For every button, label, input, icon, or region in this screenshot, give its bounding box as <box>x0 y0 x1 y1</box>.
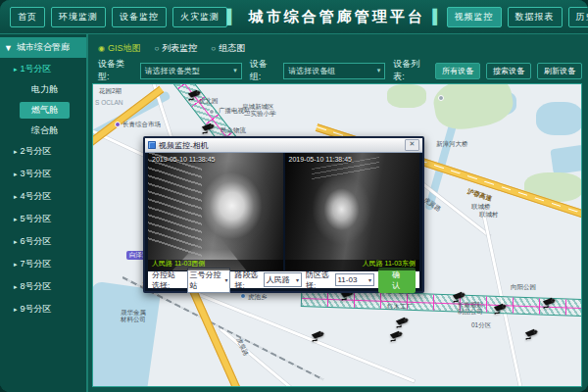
map-label: 二实验小学 <box>244 111 276 118</box>
sidebar-item-9号分区[interactable]: ▸ 9号分区 <box>0 298 86 320</box>
video-feed[interactable]: 2019-05-10 11:38:45 人民路 11-03东侧 <box>285 153 420 270</box>
expand-arrow-icon: ▸ <box>14 238 18 246</box>
nav-data-report[interactable]: 数据报表 <box>508 7 563 27</box>
sidebar-item-3号分区[interactable]: ▸ 3号分区 <box>0 163 86 185</box>
video-feed[interactable]: 2019-05-10 11:38:45 人民路 11-03西侧 <box>148 153 283 270</box>
map-label: 01分区 <box>471 322 491 329</box>
poi-marker-icon[interactable] <box>240 293 246 299</box>
device-toolbar: 设备类型: 请选择设备类型 ▾ 设备组: 请选择设备组 ▾ 设备列表: 所有设备… <box>92 58 582 83</box>
station-select[interactable]: 三号分控站 ▾ <box>187 268 231 293</box>
park-shape <box>387 84 426 108</box>
view-mode-radio[interactable]: ○ 列表监控 <box>155 42 198 55</box>
device-buttons: 所有设备搜索设备刷新设备 <box>435 63 582 79</box>
poi-marker-icon[interactable] <box>438 95 444 101</box>
confirm-button[interactable]: 确 认 <box>378 268 416 293</box>
view-mode-label: 列表监控 <box>162 42 197 55</box>
map-label: 向阳公园 <box>511 284 536 291</box>
device-group-select[interactable]: 请选择设备组 ▾ <box>283 63 385 79</box>
device-group-label: 设备组: <box>250 58 276 83</box>
station-select-label: 分控站选择: <box>152 270 183 291</box>
app-window: 首页环境监测设备监控火灾监测 ▍ 城市综合管廊管理平台 ▍ 视频监控数据报表历史… <box>0 0 588 392</box>
chevron-down-icon: ▾ <box>224 276 227 283</box>
chevron-down-icon: ▾ <box>368 276 371 283</box>
cctv-camera-icon[interactable] <box>187 88 203 101</box>
sidebar-item-label: 3号分区 <box>21 168 52 180</box>
map-label: 材料公司 <box>121 317 146 323</box>
cctv-camera-icon[interactable] <box>452 290 467 303</box>
zone-select[interactable]: 11-03 ▾ <box>335 273 374 286</box>
sidebar-item-7号分区[interactable]: ▸ 7号分区 <box>0 253 86 275</box>
sidebar-item-6号分区[interactable]: ▸ 6号分区 <box>0 230 86 253</box>
view-mode-radio[interactable]: ◉ GIS地图 <box>98 42 141 55</box>
sidebar-tree: ▼ 城市综合管廊 ▸ 1号分区 电力舱 燃气舱 综合舱 ▸ 2号分区 ▸ 3号分… <box>0 34 88 392</box>
device-type-select[interactable]: 请选择设备类型 ▾ <box>140 63 242 79</box>
sidebar-item-label: 4号分区 <box>21 190 52 203</box>
page-title-text: 城市综合管廊管理平台 <box>249 8 425 26</box>
page-title: ▍ 城市综合管廊管理平台 ▍ <box>227 8 447 26</box>
title-accent-icon: ▍ <box>433 9 447 24</box>
sidebar-item-4号分区[interactable]: ▸ 4号分区 <box>0 185 86 208</box>
view-mode-radio[interactable]: ○ 组态图 <box>211 42 245 55</box>
chevron-down-icon: ▾ <box>377 67 381 74</box>
nav-home[interactable]: 首页 <box>10 7 45 27</box>
device-filter-button[interactable]: 所有设备 <box>435 63 480 79</box>
expand-arrow-icon: ▸ <box>14 193 18 201</box>
sidebar-item-电力舱[interactable]: 电力舱 <box>0 80 86 99</box>
device-filter-button[interactable]: 刷新设备 <box>537 63 582 79</box>
chevron-down-icon: ▾ <box>296 276 299 283</box>
cctv-camera-icon[interactable] <box>395 316 411 328</box>
nav-fire-monitor[interactable]: 火灾监测 <box>172 7 227 27</box>
view-mode-label: GIS地图 <box>108 42 141 55</box>
tunnel-image <box>148 153 283 270</box>
top-header: 首页环境监测设备监控火灾监测 ▍ 城市综合管廊管理平台 ▍ 视频监控数据报表历史… <box>0 0 588 34</box>
cctv-camera-icon[interactable] <box>493 302 509 315</box>
radio-icon: ○ <box>211 44 216 53</box>
lake-shape <box>92 281 161 387</box>
poi-marker-icon[interactable] <box>115 122 121 127</box>
map-canvas[interactable]: 视频监控-相机 ✕ 2019-05-10 11:38:45 人民路 11-03西… <box>92 83 582 387</box>
sidebar-root-node[interactable]: ▼ 城市综合管廊 <box>0 37 86 58</box>
cctv-camera-icon[interactable] <box>201 122 217 134</box>
nav-history-query[interactable]: 历史查询 <box>568 7 588 27</box>
close-icon[interactable]: ✕ <box>405 139 419 151</box>
dialog-title: 视频监控-相机 <box>159 140 402 151</box>
nav-env-monitor[interactable]: 环境监测 <box>51 7 106 27</box>
poi-marker-icon[interactable] <box>209 109 215 115</box>
cctv-camera-icon[interactable] <box>524 327 540 340</box>
sidebar-item-综合舱[interactable]: 综合舱 <box>0 122 86 140</box>
expand-arrow-icon: ▸ <box>14 171 18 178</box>
sidebar-item-label: 9号分区 <box>21 303 52 316</box>
tunnel-image <box>285 153 420 270</box>
expand-arrow-icon: ▸ <box>14 306 18 314</box>
station-select-value: 三号分控站 <box>190 270 223 291</box>
radio-icon: ○ <box>155 44 160 53</box>
device-type-label: 设备类型: <box>98 58 132 83</box>
cctv-camera-icon[interactable] <box>311 329 326 342</box>
map-label: 联城桥 <box>471 204 491 211</box>
cctv-camera-icon[interactable] <box>542 296 558 309</box>
map-label: 制品公司 <box>458 309 483 316</box>
sidebar-item-燃气舱[interactable]: 燃气舱 <box>0 99 86 122</box>
expand-arrow-icon: ▸ <box>14 66 18 74</box>
sidebar-item-2号分区[interactable]: ▸ 2号分区 <box>0 140 86 163</box>
dialog-titlebar[interactable]: 视频监控-相机 ✕ <box>145 138 422 153</box>
nav-group-right: 视频监控数据报表历史查询用户管理 <box>447 7 588 27</box>
expand-arrow-icon: ▸ <box>14 148 18 156</box>
sidebar-item-label: 燃气舱 <box>20 102 70 119</box>
sidebar-item-8号分区[interactable]: ▸ 8号分区 <box>0 275 86 298</box>
map-label: 花园2期 <box>99 88 122 95</box>
zone-select-label: 防区选择: <box>306 270 331 291</box>
nav-device-monitor[interactable]: 设备监控 <box>112 7 167 27</box>
content-area: ◉ GIS地图 ○ 列表监控 ○ 组态图 设备类型: 请选择设备类型 ▾ 设备组… <box>88 34 588 392</box>
sidebar-item-label: 2号分区 <box>21 145 52 158</box>
sidebar-item-5号分区[interactable]: ▸ 5号分区 <box>0 208 86 230</box>
sidebar-item-1号分区[interactable]: ▸ 1号分区 <box>0 58 86 80</box>
cctv-camera-icon[interactable] <box>389 329 405 342</box>
road-select[interactable]: 人民路 ▾ <box>264 272 302 287</box>
map-label: 长青综合市场 <box>122 122 161 128</box>
device-filter-button[interactable]: 搜索设备 <box>486 63 531 79</box>
device-group-value: 请选择设备组 <box>288 66 335 76</box>
pond-shape <box>550 145 582 174</box>
nav-video-monitor[interactable]: 视频监控 <box>447 7 502 27</box>
video-timestamp: 2019-05-10 11:38:45 <box>289 156 352 163</box>
